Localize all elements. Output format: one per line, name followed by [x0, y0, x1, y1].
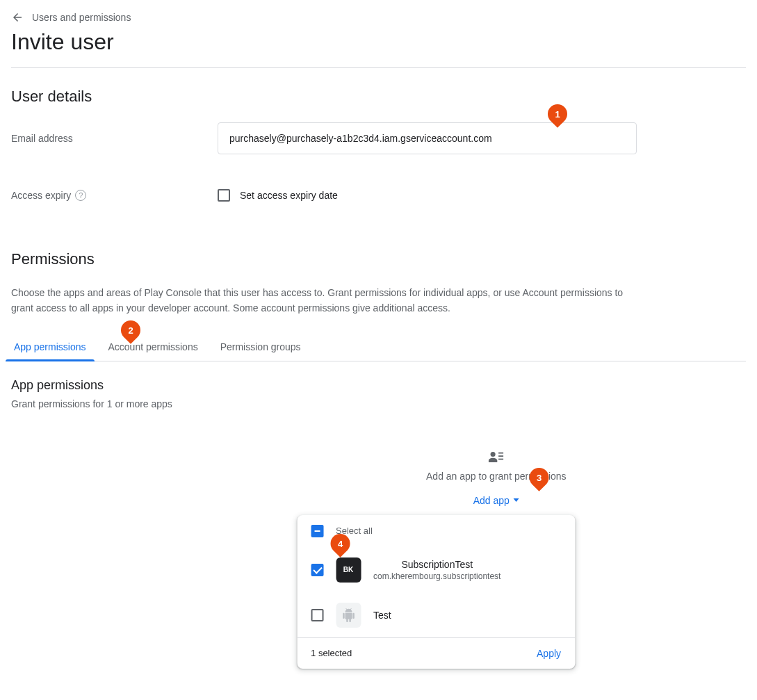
- person-list-icon: [489, 451, 504, 462]
- access-expiry-label: Access expiry ?: [11, 190, 218, 201]
- breadcrumb-parent[interactable]: Users and permissions: [32, 12, 131, 23]
- dropdown-caret-icon: [514, 498, 519, 502]
- app-icon: BK: [336, 557, 361, 583]
- select-all-checkbox[interactable]: [311, 525, 323, 537]
- access-expiry-row: Access expiry ? Set access expiry date: [11, 189, 746, 202]
- permissions-tabs: App permissions Account permissions Perm…: [11, 333, 746, 361]
- android-icon: [341, 608, 355, 622]
- tab-permission-groups[interactable]: Permission groups: [218, 333, 304, 361]
- app-permissions-empty-state: Add an app to grant permissions Add app …: [11, 451, 746, 700]
- tab-app-permissions[interactable]: App permissions: [11, 333, 89, 361]
- divider: [11, 67, 746, 68]
- app-name: SubscriptionTest: [373, 559, 500, 570]
- page-title: Invite user: [11, 29, 746, 55]
- email-label: Email address: [11, 133, 218, 144]
- svg-point-0: [491, 452, 496, 457]
- selected-count: 1 selected: [311, 648, 352, 658]
- svg-rect-1: [498, 453, 503, 454]
- help-icon[interactable]: ?: [75, 190, 86, 201]
- app-row-test[interactable]: Test: [297, 592, 575, 637]
- app-checkbox[interactable]: [311, 609, 323, 621]
- app-name: Test: [373, 610, 391, 621]
- permissions-title: Permissions: [11, 250, 746, 268]
- email-row: Email address 1: [11, 122, 746, 154]
- email-input[interactable]: [218, 122, 637, 154]
- permissions-description: Choose the apps and areas of Play Consol…: [11, 285, 637, 316]
- app-picker-popover: Select all BK SubscriptionTest com.khere…: [297, 515, 575, 669]
- svg-rect-3: [498, 458, 503, 459]
- app-package-id: com.kherembourg.subscriptiontest: [373, 571, 500, 581]
- apply-button[interactable]: Apply: [537, 648, 561, 659]
- svg-rect-2: [498, 455, 503, 457]
- app-permissions-description: Grant permissions for 1 or more apps: [11, 398, 746, 409]
- back-arrow-icon[interactable]: [11, 11, 24, 24]
- tab-account-permissions[interactable]: Account permissions: [106, 333, 201, 361]
- app-checkbox[interactable]: [311, 564, 323, 576]
- user-details-title: User details: [11, 88, 746, 106]
- app-permissions-subtitle: App permissions: [11, 378, 746, 393]
- callout-3: 3: [525, 464, 553, 491]
- popover-footer: 1 selected Apply 5: [297, 637, 575, 669]
- set-expiry-label: Set access expiry date: [240, 190, 338, 201]
- app-icon: [336, 603, 361, 628]
- app-row-subscriptiontest[interactable]: BK SubscriptionTest com.kherembourg.subs…: [297, 547, 575, 592]
- set-expiry-checkbox[interactable]: [218, 189, 230, 202]
- breadcrumb: Users and permissions: [11, 11, 746, 24]
- add-app-button[interactable]: Add app: [473, 495, 519, 506]
